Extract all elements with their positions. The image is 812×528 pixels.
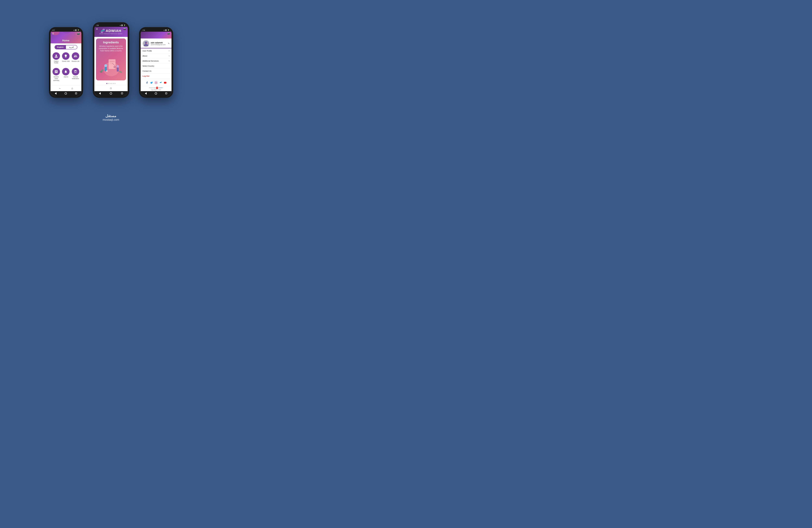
- battery-icon-p3: 🔋: [168, 29, 169, 31]
- patient-profile-icon: [53, 52, 60, 60]
- menu-select-country-label: Select Country: [143, 65, 154, 67]
- menu-doctor-visit[interactable]: Doctor Visit: [62, 52, 70, 67]
- language-toggle: English العربية: [55, 45, 77, 49]
- chronic-med-label: Chronic Medication: [71, 76, 79, 80]
- adwiah-dna-icon: 🧬: [101, 29, 105, 33]
- chevron-additional: ▾: [169, 60, 170, 62]
- menu-item-select-country[interactable]: Select Country: [141, 63, 172, 69]
- camera-icon-phone1[interactable]: 📷: [77, 32, 80, 35]
- android-back-phone1[interactable]: [54, 92, 57, 95]
- svg-rect-14: [106, 71, 108, 71]
- dot-6: [115, 83, 115, 84]
- status-icons-phone3: ▲ ▌▌ 🔋: [163, 29, 169, 31]
- menu-doctors-list[interactable]: Doctors List: [71, 52, 79, 67]
- powered-by-label: Powered By: [149, 87, 155, 88]
- lang-arabic-btn[interactable]: العربية: [66, 45, 77, 49]
- battery-icon: 🔋: [77, 29, 79, 31]
- user-info: zain salameh zain97208@gmail.com: [151, 42, 166, 45]
- adwiah-home-icon[interactable]: ⌂: [110, 86, 112, 90]
- menu-user-profile-label: User Profile: [143, 50, 152, 52]
- status-icons-phone2: ▲ ▌▌ 🔋: [119, 25, 125, 26]
- menu-alarms[interactable]: Alarms: [62, 68, 70, 84]
- menu-additional-services-label: Additional Serveices: [143, 60, 159, 62]
- dot-2: [108, 83, 109, 84]
- menu-item-logout[interactable]: Log Out: [141, 74, 172, 79]
- user-name: zain salameh: [151, 42, 166, 44]
- android-nav-phone1: [50, 91, 81, 96]
- powered-by-text: Powered By SMART: [141, 87, 172, 89]
- twitter-icon[interactable]: [150, 81, 153, 85]
- svg-rect-7: [104, 67, 107, 71]
- adwiah-bottom-nav: ⌂: [95, 85, 128, 91]
- adwiah-logo: 🧬 ADWIAH Global Medicine Reference Syste…: [99, 29, 122, 34]
- side-menu-list: User Profile ▾ About ▾ Additional Servei…: [141, 48, 172, 80]
- watermark-url: mostaql.com: [103, 118, 119, 122]
- android-home-phone1[interactable]: [64, 92, 67, 95]
- menu-contact-us-label: Contact Us: [143, 70, 151, 72]
- android-recents-phone1[interactable]: [75, 92, 78, 95]
- menu-logout-label: Log Out: [143, 75, 149, 77]
- menu-doctors-visits[interactable]: Doctors Visits summary: [52, 68, 60, 84]
- doctor-visit-icon: [62, 52, 70, 60]
- phone3-content: 📷 zain salameh zain97208@gmail.com: [141, 29, 172, 96]
- menu-item-contact-us[interactable]: Contact Us: [141, 69, 172, 74]
- notch-phone1: [59, 29, 72, 31]
- chronic-med-icon: [72, 68, 79, 75]
- android-back-phone2[interactable]: [98, 92, 101, 95]
- doctors-list-icon: [72, 52, 79, 60]
- menu-about-label: About: [143, 55, 147, 57]
- menu-item-about[interactable]: About ▾: [141, 54, 172, 58]
- dot-3: [110, 83, 111, 84]
- battery-icon-p2: 🔋: [124, 25, 125, 26]
- menu-item-additional-services[interactable]: Additional Serveices ▾: [141, 58, 172, 63]
- phone-home-screen: 4:57 ▲ ▌▌ 🔋 ☰ 📷 Home English العربية: [50, 29, 81, 96]
- alarms-icon: [62, 68, 70, 75]
- edit-profile-icon[interactable]: ✎: [168, 42, 170, 45]
- ingredients-title: Ingredients: [98, 41, 124, 44]
- menu-camera-icon[interactable]: 📷: [168, 32, 170, 34]
- instagram-icon[interactable]: [155, 81, 157, 85]
- patient-profile-label: Patient Profile: [52, 60, 60, 64]
- android-recents-phone2[interactable]: [120, 92, 124, 95]
- android-home-phone3[interactable]: [155, 92, 157, 95]
- wifi-icon: ▲: [73, 29, 74, 31]
- adwiah-hamburger-icon[interactable]: ☰: [96, 28, 98, 30]
- home-bottom-nav: ← ⌂: [50, 85, 81, 91]
- android-home-phone2[interactable]: [110, 92, 112, 95]
- ingredients-desc: All Active ingredients used in the compo…: [98, 45, 124, 52]
- doctors-list-label: Doctors List: [72, 60, 79, 62]
- phone2-content: ☰ 📷 🧬 ADWIAH Global Medicine Reference S…: [95, 24, 128, 96]
- android-nav-phone3: [141, 91, 172, 96]
- smart-label: SMART: [159, 87, 163, 88]
- lang-english-btn[interactable]: English: [55, 45, 66, 49]
- facebook-icon[interactable]: [146, 81, 148, 85]
- dot-5: [113, 83, 114, 84]
- menu-item-user-profile[interactable]: User Profile ▾: [141, 48, 172, 54]
- menu-patient-profile[interactable]: Patient Profile: [52, 52, 60, 67]
- watermark: مستقل mostaql.com: [103, 114, 119, 122]
- adwiah-subtitle: Global Medicine Reference System: [99, 33, 122, 34]
- signal-icon-p2: ▌▌: [121, 25, 123, 26]
- android-back-phone3[interactable]: [144, 92, 147, 95]
- home-nav-icon[interactable]: ⌂: [71, 87, 73, 90]
- time-phone2: 7:56: [96, 25, 99, 26]
- menu-chronic-med[interactable]: Chronic Medication: [71, 68, 79, 84]
- telegram-icon[interactable]: [159, 81, 162, 85]
- back-arrow-icon[interactable]: ←: [59, 87, 61, 90]
- android-recents-phone3[interactable]: [165, 92, 168, 95]
- signal-icon-p3: ▌▌: [165, 29, 167, 31]
- smart-rest: MART: [160, 87, 163, 88]
- carousel-dots: [95, 82, 128, 85]
- hamburger-icon[interactable]: ☰: [52, 32, 54, 35]
- phone-home: 4:57 ▲ ▌▌ 🔋 ☰ 📷 Home English العربية: [49, 27, 83, 98]
- ingredients-card: Ingredients All Active ingredients used …: [96, 39, 126, 81]
- signal-icon: ▌▌: [75, 29, 77, 31]
- user-avatar: [143, 40, 149, 47]
- adwiah-camera-icon[interactable]: 📷: [124, 28, 126, 30]
- status-icons-phone1: ▲ ▌▌ 🔋: [73, 29, 79, 31]
- youtube-icon[interactable]: [164, 81, 166, 85]
- status-bar-phone1: 4:57 ▲ ▌▌ 🔋: [50, 29, 81, 32]
- svg-point-12: [119, 71, 122, 73]
- svg-point-6: [104, 64, 107, 67]
- phone-menu-screen: 7:56 ▲ ▌▌ 🔋 📷: [141, 29, 172, 96]
